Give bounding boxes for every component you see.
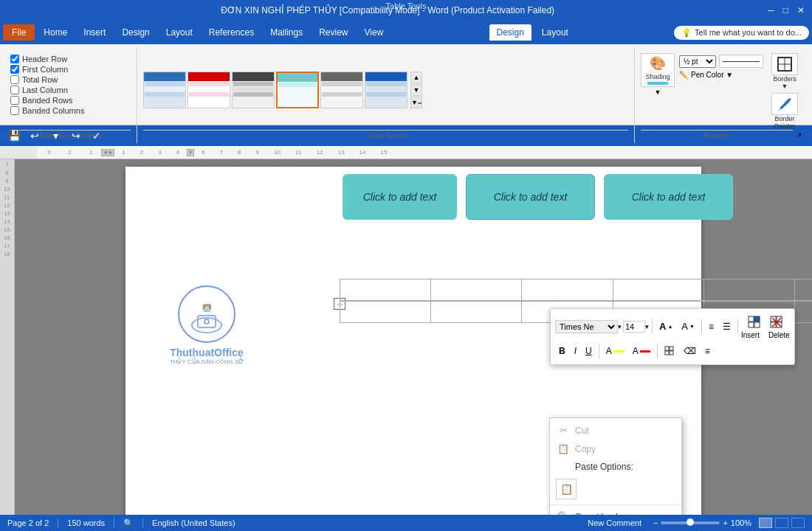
- check-btn[interactable]: ✓: [89, 128, 105, 144]
- table-cell[interactable]: [431, 302, 522, 322]
- pen-color-row[interactable]: ✏️ Pen Color ▼: [679, 71, 763, 79]
- zoom-out-btn[interactable]: −: [653, 518, 658, 527]
- border-pt-select[interactable]: ½ pt: [679, 55, 716, 68]
- zoom-in-btn[interactable]: +: [723, 518, 727, 527]
- view-read-btn[interactable]: [775, 518, 788, 528]
- bullet-list-btn[interactable]: ≡: [705, 318, 718, 336]
- menu-design[interactable]: Design: [114, 24, 156, 41]
- styles-scroll-down[interactable]: ▼: [410, 84, 422, 96]
- copy-menu-item[interactable]: 📋 Copy: [550, 440, 681, 458]
- border-painter-button[interactable]: 🖊️ Border Painter: [768, 93, 802, 130]
- table-cell[interactable]: [522, 280, 613, 300]
- table-cell[interactable]: [795, 280, 812, 300]
- minimize-btn[interactable]: ─: [768, 5, 774, 15]
- banded-rows-checkbox[interactable]: [10, 96, 19, 105]
- numbered-list-btn[interactable]: ☰: [719, 318, 734, 336]
- italic-btn[interactable]: I: [571, 342, 580, 360]
- style-thumb-6[interactable]: [365, 72, 407, 108]
- underline-btn[interactable]: U: [582, 342, 596, 360]
- svg-rect-8: [749, 316, 754, 322]
- shading-btn[interactable]: A: [629, 342, 654, 360]
- maximize-btn[interactable]: □: [783, 5, 788, 15]
- table-cell[interactable]: [613, 280, 704, 300]
- zoom-level: 100%: [731, 518, 751, 527]
- copy-icon: 📋: [556, 443, 571, 454]
- undo-dropdown[interactable]: ▾: [47, 128, 63, 144]
- borders-button[interactable]: Borders ▼: [768, 53, 802, 90]
- table-cell[interactable]: [431, 280, 522, 300]
- proofing-icon[interactable]: 🔍: [123, 518, 134, 528]
- undo-btn[interactable]: ↩: [27, 128, 43, 144]
- menu-file[interactable]: File: [3, 24, 35, 41]
- shading-button[interactable]: 🎨 Shading: [641, 53, 675, 87]
- borders-dropdown[interactable]: ▼: [782, 83, 788, 90]
- styles-scroll-up[interactable]: ▲: [410, 72, 422, 83]
- first-column-label: First Column: [22, 65, 68, 74]
- header-row-checkbox[interactable]: [10, 55, 19, 63]
- menu-references[interactable]: References: [202, 24, 261, 41]
- table-cell[interactable]: [340, 302, 431, 322]
- total-row-checkbox[interactable]: [10, 75, 19, 84]
- menu-mailings[interactable]: Mailings: [263, 24, 310, 41]
- style-thumb-5[interactable]: [320, 72, 363, 108]
- table-header-cell-1[interactable]: Click to add text: [343, 174, 457, 220]
- cut-menu-item[interactable]: ✂ Cut: [550, 421, 681, 440]
- shading-dropdown[interactable]: ▼: [655, 88, 661, 96]
- font-family-select[interactable]: Times Ne: [555, 320, 618, 333]
- new-comment-status-btn[interactable]: New Comment: [583, 517, 646, 529]
- menu-review[interactable]: Review: [312, 24, 355, 41]
- font-family-dropdown[interactable]: ▾: [618, 323, 622, 330]
- menu-insert[interactable]: Insert: [76, 24, 113, 41]
- ruler-inner: 321 ◄► 1234 ▼ 6789101112131415: [37, 146, 812, 159]
- table-insert-btn[interactable]: [744, 313, 765, 331]
- view-print-btn[interactable]: [759, 518, 772, 528]
- grow-font-btn[interactable]: A▲: [656, 318, 676, 336]
- language: English (United States): [152, 518, 235, 527]
- ribbon: Header Row First Column Total Row Last C…: [0, 44, 812, 125]
- table-header-cell-2[interactable]: Click to add text: [466, 174, 595, 220]
- svg-rect-19: [670, 347, 673, 350]
- paste-btn-1[interactable]: 📋: [556, 479, 577, 499]
- view-web-btn[interactable]: [791, 518, 805, 528]
- table-delete-btn[interactable]: [766, 313, 787, 331]
- svg-rect-11: [754, 322, 760, 327]
- banded-columns-checkbox[interactable]: [10, 106, 19, 115]
- zoom-slider[interactable]: [661, 521, 720, 524]
- font-size-dropdown[interactable]: ▾: [645, 323, 649, 330]
- style-thumb-4[interactable]: [276, 72, 319, 108]
- style-thumb-1[interactable]: [143, 72, 186, 108]
- style-thumb-2[interactable]: [187, 72, 230, 108]
- table-header-cell-3[interactable]: Click to add text: [604, 174, 733, 220]
- tab-layout-table[interactable]: Layout: [534, 24, 576, 41]
- tell-me-input[interactable]: 💡 Tell me what you want to do...: [674, 26, 809, 40]
- svg-rect-10: [749, 322, 754, 327]
- redo-btn[interactable]: ↪: [68, 128, 84, 144]
- table-cell[interactable]: [340, 280, 431, 300]
- style-thumb-3[interactable]: [232, 72, 275, 108]
- first-column-checkbox[interactable]: [10, 65, 19, 74]
- close-btn[interactable]: ✕: [797, 5, 805, 15]
- eraser-btn[interactable]: ⌫: [680, 342, 700, 360]
- table-cell[interactable]: [704, 280, 795, 300]
- total-row-label: Total Row: [22, 75, 58, 84]
- highlight-btn[interactable]: A: [602, 342, 627, 360]
- menu-home[interactable]: Home: [36, 24, 75, 41]
- align-btn[interactable]: ≡: [701, 342, 714, 360]
- border-btn[interactable]: [661, 342, 678, 360]
- pen-style-btn[interactable]: [719, 55, 763, 68]
- smart-lookup-item[interactable]: 🔍 Smart Lookup: [550, 507, 681, 515]
- menu-layout[interactable]: Layout: [159, 24, 200, 41]
- font-size-input[interactable]: [623, 321, 645, 333]
- menu-view[interactable]: View: [357, 24, 391, 41]
- shrink-font-btn[interactable]: A▼: [678, 318, 698, 336]
- styles-more[interactable]: ▼═: [410, 97, 422, 108]
- borders-dialog-launcher[interactable]: ↗: [796, 131, 802, 139]
- copy-label: Copy: [575, 444, 596, 454]
- tab-design[interactable]: Design: [489, 24, 531, 41]
- table-cell[interactable]: [795, 302, 812, 322]
- cm-sep-1: [550, 504, 681, 505]
- save-btn[interactable]: 💾: [6, 128, 22, 144]
- window-controls[interactable]: ─ □ ✕: [768, 5, 805, 15]
- last-column-checkbox[interactable]: [10, 86, 19, 94]
- bold-btn[interactable]: B: [555, 342, 569, 360]
